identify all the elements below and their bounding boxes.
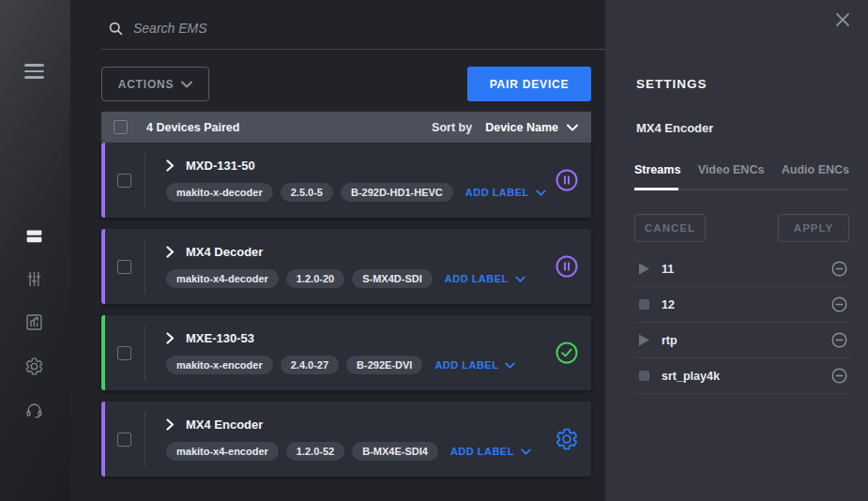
device-row[interactable]: MX4 Decoder makito-x4-decoder1.2.0-20S-M…: [101, 229, 591, 304]
gear-status-icon: [555, 427, 579, 451]
sort-by-label: Sort by: [432, 121, 472, 134]
cancel-button[interactable]: CANCEL: [634, 214, 706, 242]
search-bar: [101, 0, 605, 50]
search-icon: [108, 21, 124, 37]
stop-icon: [638, 370, 650, 382]
sort-value-label: Device Name: [485, 121, 558, 134]
pause-status-icon: [555, 254, 579, 279]
stream-name: 12: [662, 298, 831, 311]
device-row[interactable]: MX4 Encoder makito-x4-encoder1.2.0-52B-M…: [101, 402, 591, 477]
stream-name: srt_play4k: [662, 370, 831, 383]
close-icon[interactable]: [834, 11, 851, 28]
remove-stream-icon[interactable]: [831, 332, 847, 348]
stream-row[interactable]: srt_play4k: [634, 358, 849, 394]
device-status-icon[interactable]: [555, 168, 579, 192]
settings-panel: SETTINGS MX4 Encoder Streams Video ENCs …: [605, 0, 868, 501]
stream-row[interactable]: 12: [634, 287, 849, 323]
device-tags: makito-x4-decoder1.2.0-20S-MX4D-SDIADD L…: [166, 269, 555, 288]
stream-name: 11: [662, 263, 831, 276]
routes-nav-icon[interactable]: [24, 269, 44, 289]
device-name: MXD-131-50: [186, 159, 255, 173]
play-icon: [638, 334, 650, 346]
left-sidebar: [0, 0, 70, 501]
device-status-icon[interactable]: [555, 341, 579, 365]
search-input[interactable]: [133, 21, 546, 36]
ok-status-icon: [555, 341, 579, 365]
device-tag: B-292E-DVI: [346, 356, 422, 374]
chevron-down-icon: [567, 124, 578, 131]
device-tag: B-292D-HD1-HEVC: [341, 183, 453, 202]
device-list-panel: ACTIONS PAIR DEVICE 4 Devices Paired Sor…: [70, 0, 605, 501]
device-tag: makito-x4-decoder: [166, 269, 279, 288]
add-label-button[interactable]: ADD LABEL: [465, 187, 546, 198]
device-tag: B-MX4E-SDI4: [352, 442, 438, 461]
actions-button-label: ACTIONS: [118, 78, 175, 91]
device-row[interactable]: MXE-130-53 makito-x-encoder2.4.0-27B-292…: [101, 315, 591, 390]
expand-chevron-icon[interactable]: [166, 418, 175, 431]
stream-list: 11 12 rtp: [634, 251, 849, 394]
device-tag: 1.2.0-52: [286, 442, 344, 461]
support-nav-icon[interactable]: [24, 401, 44, 420]
expand-chevron-icon[interactable]: [166, 332, 175, 344]
menu-hamburger-icon[interactable]: [24, 64, 44, 83]
device-tag: 1.2.0-20: [286, 269, 344, 288]
device-name: MX4 Encoder: [186, 418, 263, 432]
pause-status-icon: [555, 168, 579, 192]
expand-chevron-icon[interactable]: [166, 246, 175, 258]
settings-tabs: Streams Video ENCs Audio ENCs: [634, 163, 849, 176]
active-tab-indicator: [634, 188, 678, 190]
remove-stream-icon[interactable]: [831, 296, 847, 312]
play-icon: [638, 263, 650, 275]
add-label-button[interactable]: ADD LABEL: [434, 359, 515, 371]
remove-stream-icon[interactable]: [831, 261, 847, 277]
stream-name: rtp: [662, 334, 831, 347]
device-name: MXE-130-53: [186, 331, 254, 345]
select-all-checkbox[interactable]: [114, 120, 128, 134]
stop-icon: [638, 298, 650, 311]
device-tags: makito-x4-encoder1.2.0-52B-MX4E-SDI4ADD …: [166, 442, 555, 461]
device-row[interactable]: MXD-131-50 makito-x-decoder2.5.0-5B-292D…: [101, 143, 591, 218]
remove-stream-icon[interactable]: [831, 368, 847, 384]
settings-nav-icon[interactable]: [24, 357, 44, 376]
device-status-icon[interactable]: [555, 427, 579, 451]
device-checkbox[interactable]: [117, 260, 131, 274]
device-status-icon[interactable]: [555, 254, 579, 279]
device-list-header: 4 Devices Paired Sort by Device Name: [101, 112, 591, 143]
actions-button[interactable]: ACTIONS: [101, 67, 209, 101]
tab-audio-encs[interactable]: Audio ENCs: [782, 163, 849, 176]
device-tags: makito-x-encoder2.4.0-27B-292E-DVIADD LA…: [166, 356, 555, 374]
devices-paired-count: 4 Devices Paired: [146, 121, 239, 134]
add-label-button[interactable]: ADD LABEL: [450, 446, 531, 457]
tab-underline-track: [634, 189, 849, 190]
chevron-down-icon: [181, 81, 192, 88]
stream-row[interactable]: 11: [634, 251, 849, 287]
settings-title: SETTINGS: [636, 77, 708, 91]
stream-row[interactable]: rtp: [634, 323, 849, 358]
add-label-button[interactable]: ADD LABEL: [445, 273, 525, 284]
tab-video-encs[interactable]: Video ENCs: [698, 163, 765, 176]
device-tag: makito-x-encoder: [166, 356, 273, 374]
pair-device-button[interactable]: PAIR DEVICE: [467, 67, 591, 101]
device-tag: makito-x-decoder: [166, 183, 273, 202]
chevron-down-icon: [521, 448, 531, 455]
chevron-down-icon: [505, 362, 515, 369]
sort-value-dropdown[interactable]: Device Name: [485, 121, 578, 134]
device-list: MXD-131-50 makito-x-decoder2.5.0-5B-292D…: [101, 143, 591, 477]
chevron-down-icon: [536, 190, 546, 196]
device-checkbox[interactable]: [117, 346, 131, 360]
device-tag: 2.4.0-27: [281, 356, 339, 374]
devices-nav-icon[interactable]: [24, 226, 44, 246]
device-tag: makito-x4-encoder: [166, 442, 279, 461]
device-tag: S-MX4D-SDI: [352, 269, 433, 288]
device-tag: 2.5.0-5: [281, 183, 333, 202]
stats-nav-icon[interactable]: [24, 312, 44, 332]
device-checkbox[interactable]: [117, 433, 131, 447]
settings-device-name: MX4 Encoder: [636, 121, 713, 135]
chevron-down-icon: [515, 276, 525, 282]
device-name: MX4 Decoder: [186, 245, 263, 259]
apply-button[interactable]: APPLY: [778, 214, 849, 242]
device-tags: makito-x-decoder2.5.0-5B-292D-HD1-HEVCAD…: [166, 183, 555, 202]
expand-chevron-icon[interactable]: [166, 159, 175, 172]
device-checkbox[interactable]: [117, 174, 131, 188]
tab-streams[interactable]: Streams: [634, 163, 680, 176]
